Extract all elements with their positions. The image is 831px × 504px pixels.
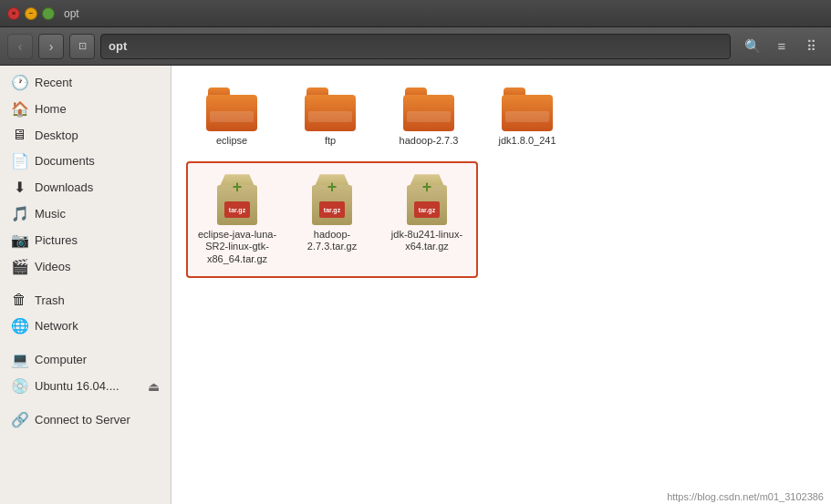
sidebar-divider-2 [0,339,171,346]
sidebar-item-pictures[interactable]: 📷 Pictures [0,227,171,253]
folder-eclipse-icon [206,87,257,131]
location-crumb: opt [109,39,127,53]
archive-hadoop-type-label: tar.gz [319,201,345,218]
titlebar: × − opt [0,0,831,27]
archive-eclipse[interactable]: tar.gz + eclipse-java-luna-SR2-linux-gtk… [192,167,283,273]
window-controls: × − [7,7,55,20]
maximize-button[interactable] [42,7,55,20]
sidebar-item-connect[interactable]: 🔗 Connect to Server [0,406,171,433]
content-area: eclipse ftp hadoop-2.7.3 [171,66,831,504]
sidebar-item-home[interactable]: 🏠 Home [0,96,171,122]
location-type-button[interactable]: ⊡ [69,34,95,59]
grid-view-button[interactable]: ⠿ [798,34,824,59]
file-grid: eclipse ftp hadoop-2.7.3 [186,80,816,278]
minimize-button[interactable]: − [25,7,37,20]
music-icon: 🎵 [11,205,27,222]
sidebar-divider-3 [0,399,171,406]
sidebar-label-trash: Trash [35,293,65,307]
sidebar-label-network: Network [35,319,78,333]
sidebar-item-network[interactable]: 🌐 Network [0,313,171,339]
computer-icon: 💻 [11,351,27,368]
videos-icon: 🎬 [11,258,27,275]
sidebar-label-home: Home [35,102,67,116]
sidebar-item-desktop[interactable]: 🖥 Desktop [0,122,171,148]
archive-hadoop[interactable]: tar.gz + hadoop-2.7.3.tar.gz [286,167,378,273]
sidebar-label-pictures: Pictures [35,233,78,247]
folder-hadoop-label: hadoop-2.7.3 [400,135,459,147]
sidebar-item-computer[interactable]: 💻 Computer [0,346,171,373]
downloads-icon: ⬇ [11,179,27,196]
sidebar-label-desktop: Desktop [35,129,78,142]
archive-eclipse-plus-icon: + [233,179,243,195]
folder-hadoop-icon [403,87,454,131]
archive-eclipse-label: eclipse-java-luna-SR2-linux-gtk-x86_64.t… [195,229,279,265]
archive-eclipse-type-label: tar.gz [224,201,250,218]
archive-hadoop-label: hadoop-2.7.3.tar.gz [290,229,374,252]
documents-icon: 📄 [11,152,27,170]
back-button[interactable]: ‹ [7,34,33,59]
sidebar-item-videos[interactable]: 🎬 Videos [0,253,171,280]
location-bar[interactable]: opt [100,34,731,59]
sidebar-item-trash[interactable]: 🗑 Trash [0,287,171,313]
list-view-button[interactable]: ≡ [769,34,795,59]
sidebar-section-places: 🕐 Recent 🏠 Home 🖥 Desktop 📄 Documents ⬇ … [0,69,171,433]
sidebar-label-music: Music [35,207,66,221]
folder-jdk[interactable]: jdk1.8.0_241 [482,80,573,154]
sidebar-item-recent[interactable]: 🕐 Recent [0,69,171,96]
archive-jdk-type-label: tar.gz [414,201,440,218]
sidebar: 🕐 Recent 🏠 Home 🖥 Desktop 📄 Documents ⬇ … [0,66,171,504]
sidebar-label-documents: Documents [35,154,95,168]
connect-icon: 🔗 [11,411,27,428]
ubuntu-icon: 💿 [11,377,27,395]
sidebar-item-documents[interactable]: 📄 Documents [0,148,171,174]
recent-icon: 🕐 [11,74,27,91]
statusbar: https://blog.csdn.net/m01_3102386 [660,489,831,504]
window-title: opt [64,7,79,20]
network-icon: 🌐 [11,317,27,334]
sidebar-divider-1 [0,280,171,287]
sidebar-label-downloads: Downloads [35,180,93,194]
close-button[interactable]: × [7,7,20,20]
folder-ftp-label: ftp [325,135,336,147]
sidebar-label-computer: Computer [35,353,87,366]
sidebar-label-connect: Connect to Server [35,413,130,427]
archive-jdk[interactable]: tar.gz + jdk-8u241-linux-x64.tar.gz [381,167,473,273]
sidebar-item-downloads[interactable]: ⬇ Downloads [0,174,171,201]
folder-eclipse[interactable]: eclipse [186,80,277,154]
archive-jdk-label: jdk-8u241-linux-x64.tar.gz [385,229,469,252]
archive-eclipse-icon: tar.gz + [213,174,261,225]
pictures-icon: 📷 [11,231,27,249]
sidebar-item-ubuntu[interactable]: 💿 Ubuntu 16.04.... ⏏ [0,373,171,399]
folder-hadoop[interactable]: hadoop-2.7.3 [383,80,474,154]
main-layout: 🕐 Recent 🏠 Home 🖥 Desktop 📄 Documents ⬇ … [0,66,831,504]
trash-icon: 🗑 [11,292,27,308]
archive-selection-group: tar.gz + eclipse-java-luna-SR2-linux-gtk… [186,161,478,278]
forward-button[interactable]: › [38,34,64,59]
sidebar-label-videos: Videos [35,260,71,273]
sidebar-label-ubuntu: Ubuntu 16.04.... [35,379,119,393]
folder-eclipse-label: eclipse [216,135,247,147]
archive-jdk-icon: tar.gz + [403,174,451,225]
archive-jdk-plus-icon: + [422,179,432,195]
desktop-icon: 🖥 [11,127,27,143]
folder-jdk-label: jdk1.8.0_241 [499,135,556,147]
sidebar-label-recent: Recent [35,76,72,89]
folder-jdk-icon [502,87,553,131]
toolbar-right: 🔍 ≡ ⠿ [740,34,824,59]
folder-ftp-icon [305,87,356,131]
home-icon: 🏠 [11,100,27,118]
folder-ftp[interactable]: ftp [285,80,376,154]
archive-hadoop-icon: tar.gz + [308,174,356,225]
eject-button[interactable]: ⏏ [148,379,160,394]
sidebar-item-music[interactable]: 🎵 Music [0,201,171,227]
toolbar: ‹ › ⊡ opt 🔍 ≡ ⠿ [0,27,831,66]
search-button[interactable]: 🔍 [740,34,765,59]
archive-hadoop-plus-icon: + [327,179,338,195]
